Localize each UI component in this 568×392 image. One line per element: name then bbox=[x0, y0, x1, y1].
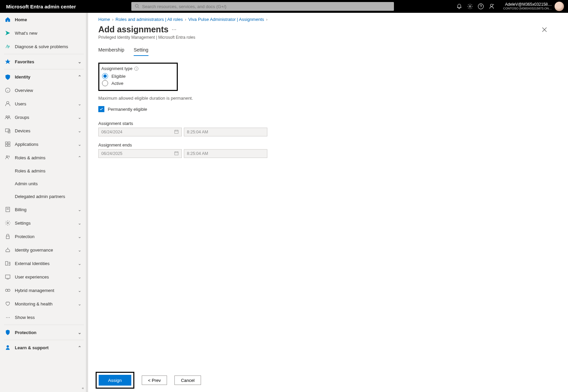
sidebar-collapse[interactable]: « bbox=[80, 385, 85, 392]
user-menu[interactable]: AdeleV@M365x032158… CONTOSO (M365X032158… bbox=[503, 2, 565, 11]
sidebar-item-whats-new[interactable]: What's new bbox=[0, 26, 88, 40]
gear-icon[interactable] bbox=[467, 3, 473, 9]
dots-icon: ⋯ bbox=[5, 314, 11, 320]
sidebar-item-label: Favorites bbox=[15, 59, 78, 64]
tab-setting[interactable]: Setting bbox=[134, 44, 148, 56]
sidebar-item-show-less[interactable]: ⋯ Show less bbox=[0, 311, 88, 324]
bell-icon[interactable] bbox=[456, 3, 462, 9]
field-label: Assignment starts bbox=[98, 121, 558, 126]
sidebar-item-diagnose[interactable]: Diagnose & solve problems bbox=[0, 40, 88, 53]
chevron-down-icon: ⌄ bbox=[78, 142, 83, 147]
svg-point-3 bbox=[478, 4, 483, 9]
sidebar-item-settings[interactable]: Settings ⌄ bbox=[0, 216, 88, 230]
shell: Home What's new Diagnose & solve problem… bbox=[0, 13, 568, 392]
sidebar-item-overview[interactable]: Overview bbox=[0, 84, 88, 97]
governance-icon bbox=[5, 247, 11, 253]
sidebar-item-roles-admins[interactable]: Roles & admins ⌃ bbox=[0, 151, 88, 164]
label-text: Assignment type bbox=[101, 66, 132, 71]
close-icon[interactable] bbox=[541, 26, 548, 33]
footer-bar: Assign < Prev Cancel bbox=[88, 368, 568, 392]
radio-active[interactable]: Active bbox=[102, 80, 173, 86]
sidebar: Home What's new Diagnose & solve problem… bbox=[0, 13, 88, 392]
svg-point-28 bbox=[7, 345, 9, 348]
search-input[interactable] bbox=[142, 4, 391, 9]
sidebar-item-applications[interactable]: Applications ⌄ bbox=[0, 137, 88, 151]
info-icon[interactable]: i bbox=[134, 67, 138, 71]
svg-point-27 bbox=[8, 289, 10, 292]
app-title: Microsoft Entra admin center bbox=[6, 4, 76, 9]
sidebar-item-favorites[interactable]: Favorites ⌄ bbox=[0, 55, 88, 68]
svg-point-9 bbox=[6, 116, 7, 118]
svg-rect-14 bbox=[8, 142, 10, 144]
sidebar-item-learn-support[interactable]: Learn & support ⌃ bbox=[0, 341, 88, 354]
sidebar-item-monitoring[interactable]: Monitoring & health ⌄ bbox=[0, 297, 88, 311]
sidebar-item-external[interactable]: External Identities ⌄ bbox=[0, 257, 88, 270]
calendar-icon bbox=[174, 151, 179, 157]
sidebar-item-label: Hybrid management bbox=[15, 288, 78, 293]
sidebar-item-label: Billing bbox=[15, 207, 78, 212]
assign-button[interactable]: Assign bbox=[99, 375, 131, 386]
sidebar-item-devices[interactable]: Devices ⌄ bbox=[0, 124, 88, 137]
cancel-button[interactable]: Cancel bbox=[174, 375, 201, 385]
sidebar-item-label: Overview bbox=[15, 88, 83, 93]
lock-icon bbox=[5, 233, 11, 239]
apps-icon bbox=[5, 141, 11, 147]
user-name: AdeleV@M365x032158… bbox=[505, 2, 552, 7]
sidebar-item-label: Show less bbox=[15, 315, 83, 320]
sidebar-item-user-experiences[interactable]: User experiences ⌄ bbox=[0, 270, 88, 284]
sidebar-item-home[interactable]: Home bbox=[0, 13, 88, 26]
chevron-down-icon: ⌄ bbox=[78, 261, 83, 266]
sidebar-item-protection[interactable]: Protection ⌄ bbox=[0, 230, 88, 243]
sidebar-item-identity-governance[interactable]: Identity governance ⌄ bbox=[0, 243, 88, 257]
more-icon[interactable]: ⋯ bbox=[172, 27, 176, 32]
search-box[interactable] bbox=[131, 2, 394, 11]
checkbox-label: Permanently eligible bbox=[108, 107, 147, 112]
start-date-input: 06/24/2024 bbox=[98, 128, 182, 136]
divider bbox=[4, 325, 84, 325]
radio-label: Active bbox=[111, 81, 123, 86]
radio-eligible[interactable]: Eligible bbox=[102, 73, 173, 79]
sidebar-item-billing[interactable]: Billing ⌄ bbox=[0, 203, 88, 216]
chevron-down-icon: ⌄ bbox=[78, 288, 83, 293]
collapse-icon: « bbox=[82, 386, 84, 391]
divider bbox=[4, 340, 84, 340]
sidebar-item-users[interactable]: Users ⌄ bbox=[0, 97, 88, 110]
radio-icon bbox=[102, 80, 108, 86]
sidebar-item-label: Home bbox=[15, 17, 83, 22]
sidebar-item-identity[interactable]: Identity ⌃ bbox=[0, 70, 88, 84]
sidebar-item-groups[interactable]: Groups ⌄ bbox=[0, 110, 88, 124]
help-icon[interactable] bbox=[478, 3, 484, 9]
learn-icon bbox=[5, 345, 11, 351]
breadcrumb-viva[interactable]: Viva Pulse Administrator | Assignments bbox=[188, 17, 264, 22]
sidebar-sub-admin-units[interactable]: Admin units bbox=[0, 177, 88, 190]
sidebar-item-hybrid[interactable]: Hybrid management ⌄ bbox=[0, 284, 88, 297]
prev-button[interactable]: < Prev bbox=[142, 375, 167, 385]
sidebar-item-label: What's new bbox=[15, 31, 83, 36]
breadcrumb-roles[interactable]: Roles and administrators | All roles bbox=[115, 17, 183, 22]
sidebar-item-label: Identity governance bbox=[15, 248, 78, 253]
topbar-right: AdeleV@M365x032158… CONTOSO (M365X032158… bbox=[456, 2, 565, 11]
breadcrumb-home[interactable]: Home bbox=[98, 17, 110, 22]
sidebar-sub-delegated[interactable]: Delegated admin partners bbox=[0, 190, 88, 203]
gear-icon bbox=[5, 220, 11, 226]
avatar[interactable] bbox=[555, 2, 564, 11]
chevron-up-icon: ⌃ bbox=[78, 345, 83, 350]
svg-point-17 bbox=[6, 156, 8, 157]
svg-point-2 bbox=[469, 6, 471, 7]
chevron-down-icon: ⌄ bbox=[78, 274, 83, 280]
chevron-up-icon: ⌃ bbox=[78, 155, 83, 160]
sidebar-item-label: Learn & support bbox=[15, 345, 78, 350]
feedback-icon[interactable] bbox=[489, 3, 495, 9]
assignment-starts-group: Assignment starts 06/24/2024 8:25:04 AM bbox=[98, 121, 558, 136]
sidebar-item-protection-category[interactable]: Protection ⌄ bbox=[0, 326, 88, 339]
svg-point-21 bbox=[7, 222, 9, 224]
sidebar-sub-roles-admins[interactable]: Roles & admins bbox=[0, 164, 88, 177]
chevron-down-icon: ⌄ bbox=[78, 330, 83, 335]
sidebar-item-label: Diagnose & solve problems bbox=[15, 44, 83, 49]
sidebar-item-label: Devices bbox=[15, 128, 78, 133]
tabs: Membership Setting bbox=[88, 44, 568, 56]
person-icon bbox=[5, 101, 11, 107]
tab-membership[interactable]: Membership bbox=[98, 44, 124, 56]
checkbox-permanently-eligible[interactable]: Permanently eligible bbox=[98, 106, 558, 112]
scrollbar[interactable] bbox=[86, 13, 88, 392]
